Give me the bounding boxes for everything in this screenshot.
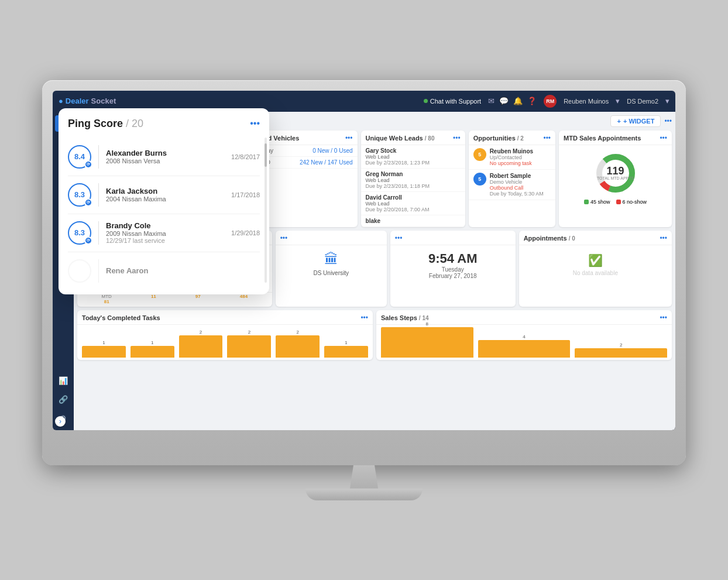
lead-item-4[interactable]: blake (361, 215, 465, 227)
monitor-bezel: ● DealerSocket Chat with Support ✉ 💬 🔔 ❓ (42, 80, 686, 465)
user-chevron-icon[interactable]: ▾ (616, 97, 620, 105)
cf-internet-value: 97 (195, 294, 201, 299)
lead-item-2[interactable]: Greg Norman Web Lead Due by 2/23/2018, 1… (361, 169, 465, 192)
sidebar-item-reports[interactable]: 📊 (55, 373, 71, 389)
opp-badge-1: 5 (473, 148, 486, 161)
popup-score-1: 8.4 ⟳ (68, 145, 91, 169)
popup-name-1: Alexander Burns (106, 149, 224, 157)
chat-bubble-icon[interactable]: 💬 (499, 97, 509, 105)
sales-steps-card: Sales Steps / 14 ••• 8 4 (376, 310, 672, 360)
popup-menu-icon[interactable]: ••• (250, 118, 260, 129)
step-bar-col-2 (478, 340, 571, 358)
lead-item-3[interactable]: David Carroll Web Lead Due by 2/20/2018,… (361, 192, 465, 215)
popup-info-partial: Rene Aaron (106, 266, 260, 275)
current-date: February 27, 2018 (429, 273, 477, 279)
lead-item-1[interactable]: Gary Stock Web Lead Due by 2/23/2018, 1:… (361, 145, 465, 169)
cf-mtd-label: MTD (102, 294, 112, 299)
lead-name-1: Gary Stock (366, 147, 461, 154)
cf-internet: 97 (195, 294, 201, 304)
opp-item-2[interactable]: 5 Robert Sample Demo Vehicle Outbound Ca… (469, 170, 555, 200)
sidebar-item-links[interactable]: 🔗 (55, 392, 71, 408)
task-bar-col-4 (227, 335, 271, 358)
todays-tasks-chart: 1 1 2 (77, 325, 373, 360)
step-bar-1: 8 (381, 321, 473, 358)
popup-item-3[interactable]: 8.3 ⟳ Brandy Cole 2009 Nissan Maxima 12/… (68, 214, 260, 252)
chat-indicator[interactable]: Chat with Support (424, 98, 481, 105)
user-name[interactable]: Reuben Muinos (564, 98, 609, 105)
widget-menu-icon[interactable]: ••• (664, 117, 672, 125)
topbar-right: Chat with Support ✉ 💬 🔔 ❓ RM Reuben Muin… (424, 95, 669, 108)
step-bar-num-3: 2 (620, 342, 622, 348)
mtd-sales-card: MTD Sales Appointments ••• (559, 131, 672, 227)
lead-type-3: Web Lead (366, 201, 461, 207)
popup-vehicle-3: 2009 Nissan Maxima (106, 230, 224, 237)
app-logo: ● DealerSocket (59, 97, 116, 105)
task-bar-1: 1 (82, 340, 126, 358)
help-icon[interactable]: ❓ (527, 97, 537, 105)
lead-type-1: Web Lead (366, 154, 461, 160)
popup-info-1: Alexander Burns 2008 Nissan Versa (106, 149, 224, 164)
sold-mtd-value: 242 New / 147 Used (300, 159, 353, 166)
ds-uni-menu[interactable]: ••• (280, 234, 288, 242)
sold-vehicles-menu[interactable]: ••• (345, 134, 353, 142)
notification-icon[interactable]: 🔔 (513, 97, 523, 105)
time-menu[interactable]: ••• (395, 234, 403, 242)
popup-item-1[interactable]: 8.4 ⟳ Alexander Burns 2008 Nissan Versa … (68, 138, 260, 176)
task-bar-num-1: 1 (102, 340, 105, 345)
appointments-no-data: ✅ No data available (519, 245, 672, 284)
opp-badge-2: 5 (473, 173, 486, 186)
mtd-sales-header: MTD Sales Appointments ••• (559, 131, 672, 145)
email-icon[interactable]: ✉ (488, 97, 495, 105)
cf-other-value: 484 (240, 294, 248, 299)
donut-label: TOTAL MTD APPTS (597, 176, 634, 180)
chat-label: Chat with Support (430, 98, 481, 105)
step-bar-col-3 (575, 348, 667, 358)
task-bar-4: 2 (227, 330, 271, 358)
popup-item-2[interactable]: 8.3 ⟳ Karla Jackson 2004 Nissan Maxima 1… (68, 176, 260, 214)
opportunities-menu[interactable]: ••• (543, 134, 551, 142)
add-widget-button[interactable]: + WIDGET (610, 115, 661, 127)
task-bar-col-6 (324, 346, 368, 358)
donut-number: 119 (597, 166, 634, 176)
no-data-label: No data available (573, 270, 618, 276)
todays-tasks-menu[interactable]: ••• (360, 314, 368, 322)
monitor-stand (42, 465, 686, 500)
todays-tasks-header: Today's Completed Tasks ••• (77, 310, 373, 325)
popup-date-3: 1/29/2018 (231, 229, 260, 236)
sales-steps-title: Sales Steps / 14 (381, 314, 429, 321)
opp-status-2: Demo Vehicle (490, 179, 551, 185)
popup-name-partial: Rene Aaron (106, 266, 260, 275)
legend-show: 45 show (584, 199, 610, 205)
stand-neck (346, 465, 382, 489)
popup-vehicle-2: 2004 Nissan Maxima (106, 195, 224, 203)
popup-divider-3 (98, 221, 99, 245)
popup-item-partial: Rene Aaron (68, 252, 260, 285)
appointments-menu[interactable]: ••• (660, 234, 667, 242)
task-bar-num-3: 2 (200, 330, 202, 335)
opp-task-2: Outbound Call (490, 185, 551, 191)
opportunities-card: Opportunities / 2 ••• 5 Reuben Muinos Up… (469, 131, 555, 227)
appointments-title: Appointments / 0 (524, 235, 575, 242)
popup-info-2: Karla Jackson 2004 Nissan Maxima (106, 187, 224, 203)
popup-scrollbar[interactable] (265, 138, 267, 283)
mtd-sales-menu[interactable]: ••• (660, 134, 667, 142)
opportunities-header: Opportunities / 2 ••• (469, 131, 555, 145)
popup-score-icon-3: ⟳ (84, 236, 92, 245)
todays-tasks-title: Today's Completed Tasks (82, 314, 160, 321)
popup-info-3: Brandy Cole 2009 Nissan Maxima 12/29/17 … (106, 221, 224, 244)
sales-steps-menu[interactable]: ••• (660, 314, 667, 322)
legend-show-label: 45 show (590, 199, 610, 205)
task-bar-num-6: 1 (345, 340, 347, 345)
web-leads-menu[interactable]: ••• (453, 134, 461, 142)
dealer-chevron-icon[interactable]: ▾ (665, 97, 669, 105)
sidebar-scroll-arrow[interactable]: › (55, 416, 66, 427)
task-bar-col-1 (82, 346, 126, 358)
opp-item-1[interactable]: 5 Reuben Muinos Up/Contacted No upcoming… (469, 145, 555, 170)
ds-uni-content: 🏛 DS University (276, 245, 387, 282)
check-circle-icon: ✅ (588, 253, 603, 267)
cf-other: 484 (240, 294, 248, 304)
popup-name-3: Brandy Cole (106, 221, 224, 230)
dealer-name[interactable]: DS Demo2 (627, 98, 658, 105)
app-chrome: ● DealerSocket Chat with Support ✉ 💬 🔔 ❓ (53, 91, 675, 430)
popup-last-service-3: 12/29/17 last service (106, 237, 224, 244)
